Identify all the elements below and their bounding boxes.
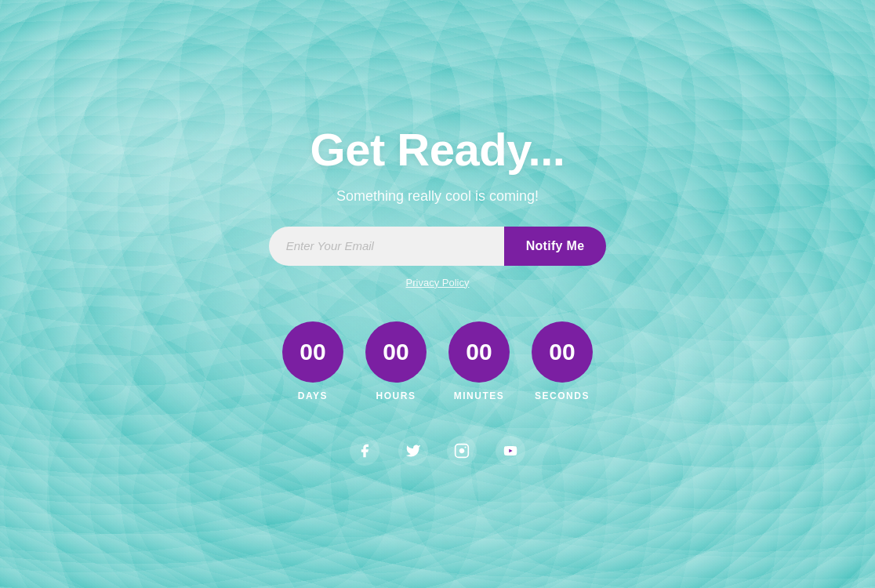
social-links: [350, 436, 525, 466]
youtube-icon[interactable]: [496, 436, 525, 466]
days-circle: 00: [282, 321, 343, 383]
hours-circle: 00: [365, 321, 427, 383]
countdown-seconds: 00 SECONDS: [532, 321, 593, 401]
instagram-icon[interactable]: [447, 436, 477, 466]
days-value: 00: [300, 339, 325, 365]
days-label: DAYS: [298, 390, 328, 401]
facebook-icon[interactable]: [350, 436, 379, 466]
hours-value: 00: [383, 339, 408, 365]
seconds-label: SECONDS: [535, 390, 590, 401]
seconds-value: 00: [549, 339, 575, 365]
page-headline: Get Ready...: [310, 123, 565, 176]
email-input[interactable]: [269, 227, 504, 266]
email-form: Notify Me: [269, 227, 607, 266]
minutes-value: 00: [466, 339, 492, 365]
main-content: Get Ready... Something really cool is co…: [269, 123, 607, 466]
privacy-policy-link[interactable]: Privacy Policy: [406, 277, 470, 289]
countdown-minutes: 00 MINUTES: [448, 321, 510, 401]
seconds-circle: 00: [532, 321, 593, 383]
countdown-hours: 00 HOURS: [365, 321, 427, 401]
countdown-days: 00 DAYS: [282, 321, 343, 401]
page-subtitle: Something really cool is coming!: [336, 188, 539, 205]
minutes-label: MINUTES: [454, 390, 505, 401]
countdown-timer: 00 DAYS 00 HOURS 00 MINUTES 00 SECONDS: [282, 321, 593, 401]
notify-button[interactable]: Notify Me: [504, 227, 607, 266]
minutes-circle: 00: [448, 321, 510, 383]
twitter-icon[interactable]: [398, 436, 428, 466]
hours-label: HOURS: [376, 390, 416, 401]
